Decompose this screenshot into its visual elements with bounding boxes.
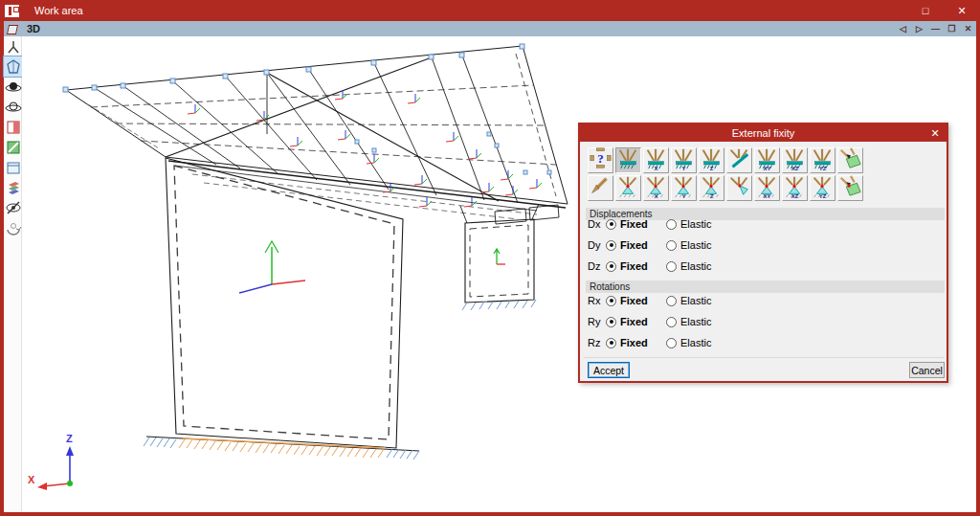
label-dx-elastic[interactable]: Elastic <box>680 218 711 230</box>
radio-dy-elastic[interactable] <box>666 240 677 251</box>
view-forward-button[interactable]: ▷ <box>911 21 927 36</box>
layers-button[interactable] <box>4 177 22 197</box>
svg-text:XY: XY <box>763 166 770 171</box>
radio-ry-elastic[interactable] <box>666 317 677 327</box>
left-toolbar <box>4 36 22 512</box>
window-frame-button[interactable] <box>4 157 22 177</box>
label-dz-fixed[interactable]: Fixed <box>620 260 653 272</box>
view-back-button[interactable]: ◁ <box>895 21 911 36</box>
support-fixed-rotated-button[interactable] <box>726 147 752 173</box>
svg-text:Y: Y <box>681 166 685 171</box>
support-fixed-button[interactable] <box>615 147 641 173</box>
label-ry-elastic[interactable]: Elastic <box>680 316 711 327</box>
support-fixed-plane-button[interactable] <box>837 147 863 173</box>
viewport-close-button[interactable]: ✕ <box>960 21 976 36</box>
split-window-icon <box>5 119 22 136</box>
radio-dx-fixed[interactable] <box>606 219 616 230</box>
radio-dz-elastic[interactable] <box>666 261 677 272</box>
svg-text:X: X <box>654 193 657 199</box>
support-fixed-plane-icon <box>838 146 862 175</box>
accept-button[interactable]: Accept <box>588 362 630 378</box>
support-pinned-plane-icon <box>838 173 862 203</box>
support-fixed-xz-button[interactable]: XZ <box>782 147 808 173</box>
dof-row-dy: DyFixedElastic <box>588 238 711 252</box>
rotate-3d-icon <box>5 219 22 236</box>
label-dz-elastic[interactable]: Elastic <box>680 260 711 272</box>
svg-text:YZ: YZ <box>819 166 827 171</box>
support-fixed-icon <box>616 146 640 175</box>
support-pinned-y-icon: Y <box>672 173 696 203</box>
support-pinned-x-icon: X <box>644 173 668 203</box>
support-fixed-yz-button[interactable]: YZ <box>810 147 835 173</box>
viewport-minimize-button[interactable]: — <box>927 21 944 36</box>
split-window-button[interactable] <box>4 117 22 137</box>
support-pinned-rotated-button[interactable] <box>726 175 752 201</box>
support-fixed-y-button[interactable]: Y <box>671 147 697 173</box>
support-fixed-z-button[interactable]: Z <box>699 147 724 173</box>
viewport-title: 3D <box>27 23 40 34</box>
support-unknown-button[interactable]: ? <box>588 147 613 173</box>
set-square-button[interactable] <box>4 36 22 56</box>
support-type-row-2: XYZXYXZYZ <box>588 175 863 201</box>
support-pinned-z-button[interactable]: Z <box>699 175 724 201</box>
svg-text:XZ: XZ <box>791 166 799 171</box>
support-pinned-xz-icon: XZ <box>783 173 807 203</box>
support-fixed-rotated-icon <box>727 146 751 175</box>
external-fixity-dialog: External fixity ✕ ?XYZXYXZYZ XYZXYXZYZ D… <box>578 123 948 383</box>
support-pinned-y-button[interactable]: Y <box>671 175 697 201</box>
radio-ry-fixed[interactable] <box>606 317 616 327</box>
support-fixed-x-button[interactable]: X <box>643 147 669 173</box>
radio-dy-fixed[interactable] <box>606 240 616 251</box>
support-pinned-xy-icon: XY <box>755 173 779 203</box>
window-title: Work area <box>34 5 83 16</box>
radio-rx-fixed[interactable] <box>606 296 616 306</box>
support-pinned-yz-button[interactable]: YZ <box>810 175 835 201</box>
dof-label-ry: Ry <box>588 316 604 327</box>
section-plane-button[interactable] <box>4 137 22 157</box>
orbit-wire-button[interactable] <box>4 97 22 117</box>
dof-label-dx: Dx <box>588 218 604 230</box>
dialog-close-icon[interactable]: ✕ <box>927 124 943 142</box>
radio-rx-elastic[interactable] <box>666 296 677 306</box>
support-pinned-x-button[interactable]: X <box>643 175 669 201</box>
label-dy-elastic[interactable]: Elastic <box>680 239 711 251</box>
cancel-button[interactable]: Cancel <box>909 362 945 378</box>
label-dy-fixed[interactable]: Fixed <box>620 239 653 251</box>
label-dx-fixed[interactable]: Fixed <box>620 218 653 230</box>
dof-label-rx: Rx <box>588 295 604 306</box>
maximize-button[interactable]: □ <box>907 0 944 21</box>
viewport-restore-button[interactable]: ❐ <box>944 21 960 36</box>
support-pinned-plane-button[interactable] <box>837 175 863 201</box>
label-rz-elastic[interactable]: Elastic <box>680 337 711 348</box>
support-pinned-yz-icon: YZ <box>811 173 835 203</box>
radio-rz-elastic[interactable] <box>666 338 677 348</box>
label-rz-fixed[interactable]: Fixed <box>620 337 653 348</box>
svg-text:X: X <box>654 166 657 171</box>
radio-dx-elastic[interactable] <box>666 219 677 230</box>
right-wall <box>465 219 534 303</box>
app-icon <box>5 5 19 17</box>
hide-elements-button[interactable] <box>4 197 22 217</box>
support-fixed-xy-icon: XY <box>755 146 779 175</box>
support-pinned-xz-button[interactable]: XZ <box>782 175 808 201</box>
support-fixed-xy-button[interactable]: XY <box>754 147 780 173</box>
support-pinned-button[interactable] <box>615 175 641 201</box>
radio-rz-fixed[interactable] <box>606 338 616 348</box>
window-frame-right <box>976 21 980 516</box>
support-corner-icon <box>589 173 612 203</box>
radio-dz-fixed[interactable] <box>606 261 616 272</box>
support-unknown-icon: ? <box>589 146 612 175</box>
label-rx-elastic[interactable]: Elastic <box>680 295 711 306</box>
support-pinned-xy-button[interactable]: XY <box>754 175 780 201</box>
label-rx-fixed[interactable]: Fixed <box>620 295 653 306</box>
close-button[interactable]: ✕ <box>944 0 980 21</box>
view-3d-button[interactable] <box>4 56 22 77</box>
dof-row-dx: DxFixedElastic <box>588 217 711 231</box>
rotate-3d-button[interactable] <box>4 217 22 237</box>
label-ry-fixed[interactable]: Fixed <box>620 316 653 327</box>
dialog-titlebar[interactable]: External fixity ✕ <box>580 124 947 142</box>
window-frame-icon <box>5 159 22 176</box>
support-corner-button[interactable] <box>588 175 613 201</box>
svg-text:Y: Y <box>681 193 685 199</box>
orbit-solid-button[interactable] <box>4 77 22 97</box>
